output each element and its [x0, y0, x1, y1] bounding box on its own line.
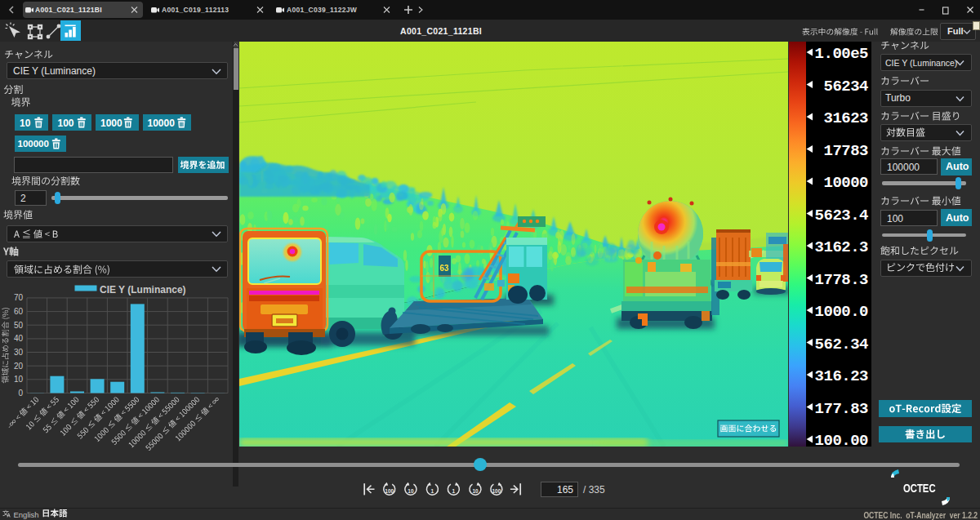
svg-text:1.00e5: 1.00e5	[815, 45, 869, 63]
svg-text:5623.4: 5623.4	[815, 207, 869, 224]
svg-text:10: 10	[14, 375, 24, 384]
svg-text:17783: 17783	[823, 142, 868, 160]
svg-text:40: 40	[14, 334, 24, 343]
svg-text:100: 100	[385, 488, 394, 494]
svg-text:10000: 10000	[823, 174, 868, 192]
svg-text:63: 63	[440, 264, 450, 273]
svg-text:10: 10	[472, 488, 479, 494]
svg-text:30: 30	[14, 348, 24, 357]
svg-text:1778.3: 1778.3	[815, 271, 869, 289]
svg-text:10: 10	[408, 488, 414, 494]
svg-text:3162.3: 3162.3	[815, 238, 869, 256]
svg-text:100: 100	[492, 488, 501, 494]
svg-text:562.34: 562.34	[815, 336, 869, 353]
svg-text:1000.0: 1000.0	[815, 303, 869, 321]
svg-text:1: 1	[431, 488, 434, 494]
svg-text:0: 0	[18, 389, 23, 398]
svg-text:60: 60	[14, 307, 24, 316]
svg-text:177.83: 177.83	[815, 400, 869, 418]
svg-text:70: 70	[14, 293, 24, 302]
svg-text:1: 1	[452, 488, 456, 494]
svg-text:31623: 31623	[823, 109, 868, 127]
svg-text:316.23: 316.23	[815, 367, 869, 385]
svg-text:20: 20	[14, 362, 24, 371]
svg-text:50: 50	[14, 321, 24, 330]
svg-text:100.00: 100.00	[815, 432, 869, 447]
svg-text:56234: 56234	[823, 78, 868, 96]
